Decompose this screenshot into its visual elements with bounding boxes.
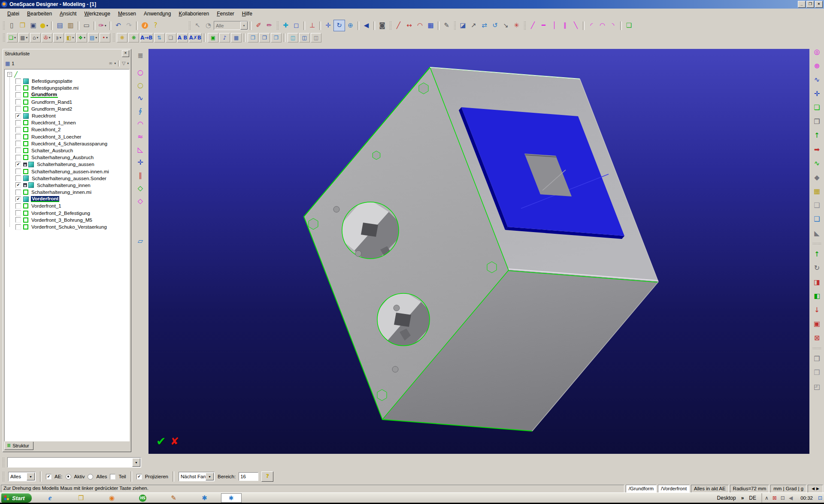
menu-hilfe[interactable]: Hilfe xyxy=(238,9,256,18)
edit-drag-icon[interactable]: ✏ xyxy=(264,20,275,31)
tree-item-checkbox[interactable] xyxy=(15,106,21,112)
stretch-box-icon[interactable]: ◰ xyxy=(812,381,823,392)
load-model-icon[interactable]: ●▾ xyxy=(39,20,49,31)
help-icon[interactable]: ? xyxy=(150,20,161,31)
wirebox-green-icon[interactable]: ◇ xyxy=(135,182,146,194)
info-icon[interactable]: i xyxy=(139,20,150,31)
annotation-icon[interactable]: ♪ xyxy=(219,33,230,42)
save-icon[interactable]: ▣ xyxy=(28,20,39,31)
tree-item-checkbox[interactable] xyxy=(15,203,21,209)
tree-item-checkbox[interactable] xyxy=(15,141,21,146)
dropdown-arrow-icon[interactable]: ▾ xyxy=(72,36,74,39)
filter-dropdown-icon[interactable]: ▾ xyxy=(127,62,129,65)
tree-item-checkbox[interactable] xyxy=(15,175,21,181)
label-ab-del-icon[interactable]: A✗B xyxy=(189,33,202,42)
align-part-icon[interactable]: ✳ xyxy=(511,20,522,31)
tree-item-checkbox[interactable] xyxy=(15,120,21,126)
tree-item-Vorderfront_Schuko_Verstaerkung[interactable]: Vorderfront_Schuko_Verstaerkung xyxy=(5,223,129,230)
status-scroll-arrows[interactable]: ◀ ▶ xyxy=(808,485,823,493)
view-style-3-icon[interactable]: ◫ xyxy=(311,33,321,42)
rotate-view-icon[interactable]: ↻ xyxy=(333,20,345,31)
language-indicator[interactable]: DE xyxy=(749,495,756,501)
tree-item-checkbox[interactable] xyxy=(15,148,21,153)
tree-item-Grundform_Rand2[interactable]: Grundform_Rand2 xyxy=(5,106,129,112)
new-document-icon[interactable]: ▯ xyxy=(6,20,17,31)
tree-item-Rueckfront_4_Schalteraussparung[interactable]: Rueckfront_4_Schalteraussparung xyxy=(5,140,129,147)
structure-list-icon[interactable]: ≣ xyxy=(135,50,146,61)
tree-item-Schalterhalterung_innen[interactable]: ✔Schalterhalterung_innen xyxy=(5,182,129,189)
machine-icon[interactable]: ▩▾ xyxy=(18,33,29,42)
snap-part-icon[interactable]: ↘ xyxy=(500,20,511,31)
menu-datei[interactable]: Datei xyxy=(3,9,23,18)
dropdown-arrow-icon[interactable]: ▾ xyxy=(60,36,61,39)
new-assembly-icon[interactable]: ❋ xyxy=(128,33,139,42)
desktop-toolbar-label[interactable]: Desktop xyxy=(717,495,736,501)
tree-item-Schalterhalterung_innen.mi[interactable]: Schalterhalterung_innen.mi xyxy=(5,189,129,196)
teil-checkbox[interactable] xyxy=(110,474,115,480)
cancel-icon[interactable]: ✘ xyxy=(170,435,179,447)
arc-center-icon[interactable]: ◠ xyxy=(597,20,608,31)
status-ae-scope[interactable]: Alles in akt AE xyxy=(691,485,729,493)
circle-axis-icon[interactable]: ⊕ xyxy=(812,60,823,72)
tree-item-checkbox[interactable] xyxy=(15,85,21,91)
offset-blue-icon[interactable]: ❑ xyxy=(812,214,823,225)
tree-item-checkbox[interactable] xyxy=(15,210,21,216)
toolbar-grip[interactable] xyxy=(276,21,279,30)
zoom-window-icon[interactable]: ◻ xyxy=(291,20,302,31)
copy-icon[interactable]: ▤ xyxy=(55,20,65,31)
network-error-icon[interactable]: ⊠ xyxy=(772,495,777,501)
calculator-icon[interactable]: ▦ xyxy=(425,20,436,31)
dropdown-arrow-icon[interactable]: ▾ xyxy=(49,36,51,39)
minimize-button[interactable]: _ xyxy=(798,1,806,8)
alles-radio[interactable] xyxy=(88,474,93,480)
quicklaunch-folder-icon[interactable]: ❒ xyxy=(77,494,85,502)
toolbar-expand-icon[interactable]: » xyxy=(741,495,744,501)
fillet-tool-icon[interactable]: ◺ xyxy=(135,144,146,155)
center-view-icon[interactable]: ✛ xyxy=(323,20,333,31)
select-area-icon[interactable]: ◔ xyxy=(203,20,214,31)
hex-boss-mid[interactable] xyxy=(373,151,380,160)
sheet-icon[interactable]: ▤▾ xyxy=(88,33,99,42)
attach-tool-icon[interactable]: ∮ xyxy=(135,105,146,117)
combo-dropdown-icon[interactable]: ▼ xyxy=(132,458,140,467)
point-icon[interactable]: •▾ xyxy=(100,33,110,42)
filter-icon[interactable]: ▽ xyxy=(122,60,125,66)
menu-ansicht[interactable]: Ansicht xyxy=(56,9,80,18)
shared-part-icon[interactable]: ❑ xyxy=(166,33,176,42)
dropdown-arrow-icon[interactable]: ▾ xyxy=(106,36,108,39)
chamfer-icon[interactable]: ◣ xyxy=(812,228,823,239)
face-delete-icon[interactable]: ⊠ xyxy=(812,332,823,344)
bereich-input[interactable] xyxy=(239,472,258,481)
viewport-2-icon[interactable]: ❐ xyxy=(259,33,270,42)
tree-item-Vorderfront[interactable]: ✔Vorderfront xyxy=(5,196,129,202)
context-help-button[interactable]: ? xyxy=(261,471,273,482)
tree-item-Rueckfront[interactable]: ✔Rueckfront xyxy=(5,112,129,119)
push-icon[interactable]: ➡ xyxy=(812,144,823,155)
tree-item-checkbox[interactable]: ✔ xyxy=(15,162,21,167)
mirror-part-icon[interactable]: ⇄ xyxy=(479,20,490,31)
tree-item-Rueckfront_1_Innen[interactable]: Rueckfront_1_Innen xyxy=(5,119,129,126)
edit-sketch-icon[interactable]: ✐ xyxy=(253,20,264,31)
customize-icon[interactable]: ✑▾ xyxy=(97,20,108,31)
toolbar-grip[interactable] xyxy=(3,21,5,30)
hide-tray-icon[interactable]: ∧ xyxy=(765,495,769,501)
drill-hole[interactable] xyxy=(355,250,361,257)
scroll-left-icon[interactable]: ◀ xyxy=(811,486,815,491)
tree-item-Schalterhalterung_aussen-innen.mi[interactable]: Schalterhalterung_aussen-innen.mi xyxy=(5,168,129,175)
toolbar-grip[interactable] xyxy=(3,33,5,42)
close-button[interactable]: × xyxy=(815,1,823,8)
line-vertical-icon[interactable]: │ xyxy=(549,20,560,31)
tree-item-checkbox[interactable] xyxy=(15,224,21,230)
tree-item-checkbox[interactable] xyxy=(15,78,21,84)
start-button[interactable]: Start xyxy=(1,493,32,503)
arc-tool-icon[interactable]: ◠ xyxy=(135,118,146,130)
pattern-icon[interactable]: ❖▾ xyxy=(76,33,87,42)
tree-item-Grundform[interactable]: Grundform xyxy=(5,91,129,98)
curve-tool-icon[interactable]: ≈ xyxy=(135,131,146,142)
measure-face-icon[interactable]: ✎ xyxy=(441,20,452,31)
tab-struktur[interactable]: ≣ Struktur xyxy=(4,442,33,450)
toolbar-grip[interactable] xyxy=(2,457,4,468)
tree-item-Vorderfront_2_Befestigung[interactable]: Vorderfront_2_Befestigung xyxy=(5,210,129,217)
viewport-3-icon[interactable]: ❐ xyxy=(271,33,282,42)
circle-tool-icon[interactable]: ○ xyxy=(135,66,146,78)
